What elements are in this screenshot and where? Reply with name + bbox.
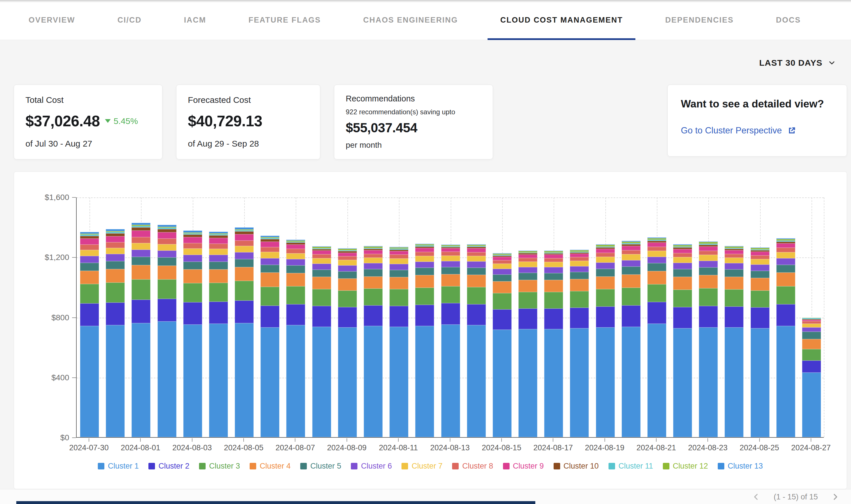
bar-2024-07-30[interactable]: [80, 232, 99, 437]
bar-segment-cluster-2: [364, 305, 383, 326]
tab-feature-flags[interactable]: FEATURE FLAGS: [236, 0, 333, 40]
bar-2024-08-21[interactable]: [647, 237, 666, 437]
bar-2024-08-20[interactable]: [622, 241, 641, 437]
bar-segment-cluster-2: [751, 307, 769, 328]
bar-2024-08-24[interactable]: [725, 246, 744, 437]
bar-2024-08-23[interactable]: [699, 241, 718, 437]
bar-2024-08-15[interactable]: [493, 253, 511, 437]
bar-segment-cluster-8: [338, 256, 357, 260]
pagination-next-button[interactable]: [831, 492, 839, 501]
x-axis-tick: [192, 438, 192, 442]
bar-segment-cluster-8: [106, 242, 125, 248]
bar-segment-cluster-5: [286, 266, 305, 273]
chevron-right-icon: [831, 492, 839, 501]
bar-segment-cluster-4: [622, 274, 641, 288]
bar-segment-cluster-4: [467, 275, 486, 287]
bar-segment-cluster-7: [338, 260, 357, 265]
tab-dependencies[interactable]: DEPENDENCIES: [653, 0, 746, 40]
y-axis-label: $0: [26, 433, 69, 442]
bar-segment-cluster-5: [183, 262, 202, 269]
bar-segment-cluster-4: [441, 274, 460, 286]
bar-segment-cluster-7: [261, 252, 279, 258]
y-gridline: [76, 197, 824, 198]
bar-2024-08-01[interactable]: [132, 223, 151, 437]
bar-2024-07-31[interactable]: [106, 229, 125, 437]
bar-2024-08-18[interactable]: [570, 250, 589, 437]
bar-segment-cluster-3: [570, 291, 589, 308]
bar-segment-cluster-3: [596, 289, 615, 306]
bar-segment-cluster-5: [725, 269, 744, 277]
bar-segment-cluster-6: [80, 256, 99, 263]
bar-segment-cluster-1: [622, 327, 641, 437]
bar-2024-08-06[interactable]: [261, 236, 279, 437]
bar-2024-08-19[interactable]: [596, 244, 615, 437]
legend-item-cluster-6[interactable]: Cluster 6: [351, 462, 392, 471]
bar-segment-cluster-3: [80, 284, 99, 303]
legend-item-cluster-11[interactable]: Cluster 11: [608, 462, 653, 471]
legend-label: Cluster 13: [728, 462, 763, 471]
bottom-scrollbar-thumb[interactable]: [16, 501, 535, 504]
page: OVERVIEWCI/CDIACMFEATURE FLAGSCHAOS ENGI…: [0, 0, 851, 504]
bar-segment-cluster-9: [183, 237, 202, 243]
legend-item-cluster-7[interactable]: Cluster 7: [401, 462, 442, 471]
bar-segment-cluster-4: [132, 265, 151, 280]
bar-2024-08-05[interactable]: [235, 228, 254, 437]
legend-item-cluster-10[interactable]: Cluster 10: [554, 462, 599, 471]
bar-segment-cluster-3: [673, 290, 692, 307]
legend-item-cluster-2[interactable]: Cluster 2: [149, 462, 189, 471]
bar-segment-cluster-2: [776, 304, 795, 326]
pagination-prev-button[interactable]: [752, 492, 760, 501]
bar-segment-cluster-7: [209, 249, 228, 255]
bar-segment-cluster-7: [389, 258, 409, 264]
bar-2024-08-10[interactable]: [364, 246, 383, 437]
legend-swatch: [663, 463, 670, 469]
legend-item-cluster-4[interactable]: Cluster 4: [250, 462, 291, 471]
bar-2024-08-17[interactable]: [544, 251, 563, 437]
bar-segment-cluster-6: [596, 263, 615, 269]
bar-2024-08-13[interactable]: [441, 245, 460, 437]
bar-2024-08-11[interactable]: [389, 247, 409, 437]
x-axis-label: 2024-08-13: [423, 444, 477, 452]
bar-2024-08-02[interactable]: [158, 225, 176, 437]
bar-2024-08-16[interactable]: [518, 251, 537, 437]
bar-2024-08-14[interactable]: [467, 244, 486, 437]
bar-2024-08-26[interactable]: [776, 238, 795, 437]
tab-chaos-engineering[interactable]: CHAOS ENGINEERING: [351, 0, 470, 40]
legend-item-cluster-1[interactable]: Cluster 1: [98, 462, 139, 471]
bar-2024-08-08[interactable]: [312, 246, 331, 437]
bar-2024-08-12[interactable]: [415, 244, 434, 437]
legend-item-cluster-5[interactable]: Cluster 5: [300, 462, 341, 471]
legend-item-cluster-13[interactable]: Cluster 13: [718, 462, 763, 471]
legend-swatch: [98, 463, 104, 469]
legend-item-cluster-9[interactable]: Cluster 9: [503, 462, 544, 471]
tab-iacm[interactable]: IACM: [171, 0, 219, 40]
x-axis-tick: [656, 438, 657, 442]
bar-segment-cluster-2: [286, 304, 305, 325]
tab-ci-cd[interactable]: CI/CD: [105, 0, 154, 40]
bar-2024-08-07[interactable]: [286, 240, 305, 437]
bar-2024-08-27[interactable]: [802, 318, 821, 437]
legend-item-cluster-8[interactable]: Cluster 8: [452, 462, 493, 471]
time-range-dropdown[interactable]: LAST 30 DAYS: [759, 56, 836, 70]
bar-segment-cluster-2: [570, 308, 589, 328]
x-axis-tick: [811, 438, 811, 442]
bar-2024-08-25[interactable]: [751, 248, 769, 437]
bar-2024-08-09[interactable]: [338, 248, 357, 437]
legend-item-cluster-12[interactable]: Cluster 12: [663, 462, 708, 471]
bar-segment-cluster-9: [673, 249, 692, 253]
legend-label: Cluster 5: [310, 462, 341, 471]
bar-2024-08-04[interactable]: [209, 232, 228, 437]
bar-2024-08-22[interactable]: [673, 244, 692, 437]
legend-item-cluster-3[interactable]: Cluster 3: [199, 462, 240, 471]
bar-segment-cluster-2: [235, 301, 254, 323]
bar-segment-cluster-1: [132, 323, 151, 437]
bar-segment-cluster-6: [725, 263, 744, 269]
bar-segment-cluster-7: [286, 253, 305, 259]
detail-view-card: Want to see a detailed view? Go to Clust…: [667, 85, 847, 157]
tab-overview[interactable]: OVERVIEW: [16, 0, 88, 40]
tab-cloud-cost-management[interactable]: CLOUD COST MANAGEMENT: [488, 0, 636, 40]
tab-docs[interactable]: DOCS: [764, 0, 814, 40]
bar-2024-08-03[interactable]: [183, 231, 202, 437]
cluster-perspective-link[interactable]: Go to Cluster Perspective: [681, 125, 834, 136]
legend-swatch: [149, 463, 155, 469]
